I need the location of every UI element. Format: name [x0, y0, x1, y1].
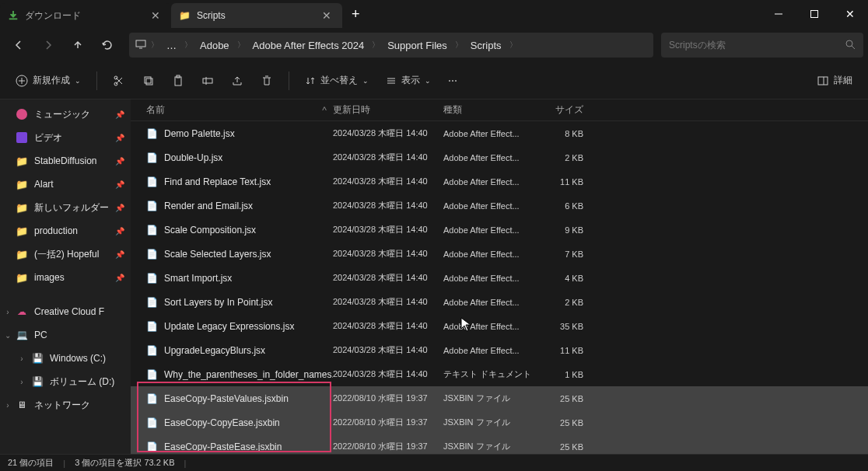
chevron-right-icon: 〉	[372, 40, 380, 51]
file-row[interactable]: Smart Import.jsx2024/03/28 木曜日 14:40Adob…	[131, 266, 868, 290]
expand-icon[interactable]: ›	[17, 354, 26, 363]
search-box[interactable]	[661, 33, 863, 58]
file-date: 2024/03/28 木曜日 14:40	[333, 127, 443, 139]
file-icon	[146, 321, 158, 332]
file-name: EaseCopy-PasteValues.jsxbin	[164, 393, 289, 404]
file-row[interactable]: Why_the_parentheses_in_folder_names.txt2…	[131, 362, 868, 386]
file-name: Find and Replace Text.jsx	[164, 176, 271, 187]
breadcrumb-item[interactable]: Adobe After Effects 2024	[250, 38, 368, 53]
sidebar-item[interactable]: production📌	[0, 219, 131, 242]
sidebar-item[interactable]: Alart📌	[0, 173, 131, 196]
file-row[interactable]: EaseCopy-PasteValues.jsxbin2022/08/10 水曜…	[131, 386, 868, 410]
sidebar-item[interactable]: images📌	[0, 266, 131, 289]
file-type: Adobe After Effect...	[443, 201, 535, 211]
file-type: テキスト ドキュメント	[443, 368, 535, 380]
tab-label: ダウンロード	[25, 9, 142, 23]
sidebar-item[interactable]: 新しいフォルダー📌	[0, 196, 131, 219]
new-item-label: 新規作成	[33, 74, 70, 87]
rename-button[interactable]	[195, 68, 220, 93]
file-name: Demo Palette.jsx	[164, 128, 235, 139]
folder-icon	[16, 225, 28, 237]
file-date: 2024/03/28 木曜日 14:40	[333, 176, 443, 187]
file-row[interactable]: EaseCopy-PasteEase.jsxbin2022/08/10 水曜日 …	[131, 434, 868, 454]
file-row[interactable]: Scale Composition.jsx2024/03/28 木曜日 14:4…	[131, 218, 868, 242]
breadcrumb-item[interactable]: Adobe	[197, 38, 233, 53]
search-icon	[845, 39, 856, 52]
sidebar-item[interactable]: ›Windows (C:)	[0, 347, 131, 370]
sidebar-item[interactable]: ›ボリューム (D:)	[0, 370, 131, 393]
expand-icon[interactable]: ›	[17, 378, 26, 386]
tab-downloads[interactable]: ダウンロード ✕	[0, 3, 171, 28]
cut-button[interactable]	[107, 68, 131, 93]
view-button[interactable]: 表示 ⌄	[380, 68, 437, 93]
view-label: 表示	[401, 74, 420, 87]
pin-icon: 📌	[115, 250, 124, 259]
new-tab-button[interactable]: +	[342, 6, 369, 23]
maximize-button[interactable]	[796, 0, 832, 28]
close-window-button[interactable]: ✕	[832, 0, 868, 28]
file-row[interactable]: Find and Replace Text.jsx2024/03/28 木曜日 …	[131, 169, 868, 194]
expand-icon[interactable]: ›	[3, 401, 12, 410]
file-name: Scale Composition.jsx	[164, 225, 256, 236]
forward-button[interactable]	[34, 33, 62, 58]
file-name: UpgradeLegacyBlurs.jsx	[164, 345, 265, 356]
breadcrumb-ellipsis[interactable]: …	[163, 38, 180, 53]
back-button[interactable]	[5, 33, 33, 58]
refresh-button[interactable]	[93, 33, 121, 58]
file-type: Adobe After Effect...	[443, 249, 535, 259]
copy-button[interactable]	[136, 68, 161, 93]
sidebar-item[interactable]: (一括2) Hopeful📌	[0, 242, 131, 266]
sidebar-item[interactable]: ミュージック📌	[0, 103, 131, 126]
breadcrumb-bar[interactable]: 〉 … 〉 Adobe 〉 Adobe After Effects 2024 〉…	[129, 33, 653, 58]
breadcrumb-item[interactable]: Scripts	[467, 38, 505, 53]
file-row[interactable]: EaseCopy-CopyEase.jsxbin2022/08/10 水曜日 1…	[131, 410, 868, 434]
tab-close-icon[interactable]: ✕	[319, 9, 334, 22]
file-row[interactable]: Render and Email.jsx2024/03/28 木曜日 14:40…	[131, 194, 868, 218]
column-headers: 名前 ^ 更新日時 種類 サイズ	[131, 99, 868, 121]
file-row[interactable]: Scale Selected Layers.jsx2024/03/28 木曜日 …	[131, 242, 868, 266]
sort-button[interactable]: 並べ替え ⌄	[299, 68, 375, 93]
expand-icon[interactable]: ›	[3, 308, 12, 316]
svg-rect-1	[811, 11, 818, 18]
delete-button[interactable]	[254, 68, 279, 93]
col-name-header[interactable]: 名前 ^	[131, 103, 333, 117]
tab-scripts[interactable]: 📁 Scripts ✕	[171, 3, 342, 28]
sidebar-item-label: Windows (C:)	[50, 353, 106, 364]
col-size-header[interactable]: サイズ	[535, 103, 593, 117]
breadcrumb-item[interactable]: Support Files	[384, 38, 450, 53]
new-item-button[interactable]: 新規作成 ⌄	[9, 68, 87, 93]
folder-icon	[16, 179, 28, 190]
drive-icon	[31, 376, 44, 387]
sidebar-item[interactable]: ビデオ📌	[0, 126, 131, 149]
paste-button[interactable]	[166, 68, 191, 93]
file-size: 7 KB	[535, 249, 593, 259]
file-date: 2024/03/28 木曜日 14:40	[333, 368, 443, 380]
sidebar-group[interactable]: ⌄PC	[0, 323, 131, 347]
chevron-down-icon: ⌄	[425, 77, 431, 85]
status-bar: 21 個の項目 | 3 個の項目を選択 73.2 KB |	[0, 454, 868, 471]
col-type-header[interactable]: 種類	[443, 103, 535, 117]
up-button[interactable]	[64, 33, 92, 58]
expand-icon[interactable]: ⌄	[3, 331, 12, 340]
share-button[interactable]	[225, 68, 250, 93]
file-icon	[146, 225, 158, 236]
sidebar-group[interactable]: ›ネットワーク	[0, 393, 131, 417]
minimize-button[interactable]	[761, 0, 796, 28]
file-type: Adobe After Effect...	[443, 225, 535, 235]
details-pane-button[interactable]: 詳細	[810, 68, 859, 93]
col-date-header[interactable]: 更新日時	[333, 103, 443, 117]
file-row[interactable]: Sort Layers by In Point.jsx2024/03/28 木曜…	[131, 290, 868, 314]
file-row[interactable]: Update Legacy Expressions.jsx2024/03/28 …	[131, 314, 868, 338]
more-button[interactable]: ⋯	[442, 68, 464, 93]
sidebar-item-label: 新しいフォルダー	[34, 201, 109, 215]
sidebar-item[interactable]: StableDiffusion📌	[0, 149, 131, 173]
sidebar-group[interactable]: ›Creative Cloud F	[0, 300, 131, 323]
file-row[interactable]: Double-Up.jsx2024/03/28 木曜日 14:40Adobe A…	[131, 145, 868, 169]
file-date: 2024/03/28 木曜日 14:40	[333, 200, 443, 211]
search-input[interactable]	[669, 40, 840, 51]
tab-close-icon[interactable]: ✕	[148, 9, 163, 22]
file-row[interactable]: UpgradeLegacyBlurs.jsx2024/03/28 木曜日 14:…	[131, 338, 868, 362]
file-name: Sort Layers by In Point.jsx	[164, 297, 272, 308]
svg-point-4	[846, 40, 852, 47]
file-row[interactable]: Demo Palette.jsx2024/03/28 木曜日 14:40Adob…	[131, 121, 868, 145]
